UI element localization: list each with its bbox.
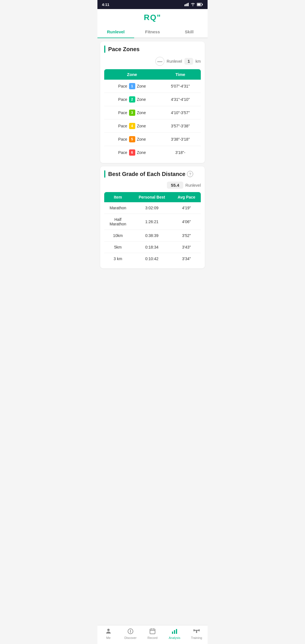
personal-best-header: Personal Best (132, 192, 172, 202)
best-avgpace-cell: 4'19" (172, 202, 201, 214)
grade-controls: 55.4 Runlevel (104, 182, 201, 189)
avg-pace-header: Avg Pace (172, 192, 201, 202)
svg-rect-1 (186, 4, 186, 6)
best-avgpace-cell: 3'34" (172, 253, 201, 265)
zone-badge: 2 (129, 96, 135, 103)
pace-table-row: Pace 1 Zone 5'07"-4'31" (104, 80, 201, 93)
best-grade-title: Best Grade of Each Distance (108, 171, 185, 177)
best-item-cell: 10km (104, 230, 132, 242)
zone-cell: Pace 1 Zone (104, 80, 160, 93)
pace-zones-title-row: Pace Zones (104, 45, 201, 53)
zone-badge: 5 (129, 136, 135, 142)
best-grade-title-row: Best Grade of Each Distance ? (104, 170, 201, 178)
pace-table-row: Pace 3 Zone 4'10"-3'57" (104, 106, 201, 119)
best-item-cell: HalfMarathon (104, 214, 132, 230)
best-personal-cell: 0:38:39 (132, 230, 172, 242)
pace-table-row: Pace 4 Zone 3'57"-3'38" (104, 119, 201, 133)
best-personal-cell: 3:02:09 (132, 202, 172, 214)
best-table-row: Marathon 3:02:09 4'19" (104, 202, 201, 214)
zone-cell: Pace 6 Zone (104, 146, 160, 159)
time-cell: 3'38"-3'18" (160, 133, 201, 146)
best-grade-bar (104, 170, 105, 178)
svg-rect-3 (188, 3, 189, 6)
header: RQ" Runlevel Fitness Skill (97, 9, 208, 38)
minus-button[interactable]: — (155, 57, 164, 66)
zone-badge: 3 (129, 110, 135, 116)
grade-label: Runlevel (186, 183, 201, 188)
pace-zones-bar (104, 45, 105, 53)
tab-bar: Runlevel Fitness Skill (97, 26, 208, 38)
time-cell: 3'57"-3'38" (160, 119, 201, 133)
status-time: 4:11 (102, 3, 109, 7)
best-avgpace-cell: 4'06" (172, 214, 201, 230)
time-cell: 3'18"- (160, 146, 201, 159)
svg-rect-0 (184, 5, 185, 6)
zone-cell: Pace 5 Zone (104, 133, 160, 146)
wifi-icon (191, 3, 195, 6)
tab-fitness[interactable]: Fitness (134, 26, 171, 38)
unit-label: km (195, 59, 201, 64)
main-content: Pace Zones — Runlevel 1 km Zone Time Pac… (97, 42, 208, 294)
best-personal-cell: 0:10:42 (132, 253, 172, 265)
item-header: Item (104, 192, 132, 202)
zone-badge: 1 (129, 83, 135, 89)
best-item-cell: Marathon (104, 202, 132, 214)
best-grade-section: Best Grade of Each Distance ? 55.4 Runle… (100, 166, 205, 268)
zone-value: 1 (184, 58, 193, 65)
help-icon[interactable]: ? (187, 171, 193, 177)
zone-cell: Pace 4 Zone (104, 119, 160, 133)
pace-zones-section: Pace Zones — Runlevel 1 km Zone Time Pac… (100, 42, 205, 163)
pace-table-row: Pace 6 Zone 3'18"- (104, 146, 201, 159)
best-table-row: HalfMarathon 1:26:21 4'06" (104, 214, 201, 230)
best-avgpace-cell: 3'43" (172, 242, 201, 253)
svg-rect-7 (202, 4, 203, 5)
svg-rect-2 (187, 3, 188, 6)
tab-runlevel[interactable]: Runlevel (97, 26, 134, 38)
zone-badge: 4 (129, 123, 135, 129)
pace-zones-title: Pace Zones (108, 46, 140, 53)
best-table: Item Personal Best Avg Pace Marathon 3:0… (104, 192, 201, 264)
pace-zones-controls: — Runlevel 1 km (104, 57, 201, 66)
best-table-row: 3 km 0:10:42 3'34" (104, 253, 201, 265)
svg-rect-6 (197, 4, 201, 6)
svg-point-4 (192, 5, 193, 6)
best-table-row: 5km 0:18:34 3'43" (104, 242, 201, 253)
time-header: Time (160, 69, 201, 80)
best-item-cell: 5km (104, 242, 132, 253)
best-avgpace-cell: 3'52" (172, 230, 201, 242)
signal-icon (184, 3, 189, 6)
battery-icon (197, 3, 203, 6)
pace-table: Zone Time Pace 1 Zone 5'07"-4'31" Pace 2 (104, 69, 201, 159)
tab-skill[interactable]: Skill (171, 26, 208, 38)
zone-cell: Pace 3 Zone (104, 106, 160, 119)
best-table-row: 10km 0:38:39 3'52" (104, 230, 201, 242)
time-cell: 4'10"-3'57" (160, 106, 201, 119)
zone-header: Zone (104, 69, 160, 80)
pace-table-row: Pace 5 Zone 3'38"-3'18" (104, 133, 201, 146)
time-cell: 5'07"-4'31" (160, 80, 201, 93)
status-bar: 4:11 (97, 0, 208, 9)
best-personal-cell: 1:26:21 (132, 214, 172, 230)
pace-table-row: Pace 2 Zone 4'31"-4'10" (104, 93, 201, 106)
zone-badge: 6 (129, 149, 135, 156)
grade-value: 55.4 (167, 182, 183, 189)
best-personal-cell: 0:18:34 (132, 242, 172, 253)
status-icons (184, 3, 203, 6)
zone-cell: Pace 2 Zone (104, 93, 160, 106)
logo: RQ" (97, 13, 208, 26)
time-cell: 4'31"-4'10" (160, 93, 201, 106)
best-item-cell: 3 km (104, 253, 132, 265)
type-label: Runlevel (167, 59, 182, 64)
